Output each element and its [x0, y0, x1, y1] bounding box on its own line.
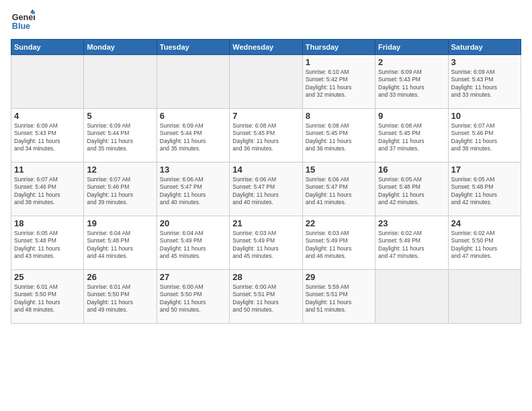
calendar-cell: 9Sunrise: 6:08 AM Sunset: 5:45 PM Daylig… [375, 109, 448, 163]
day-info: Sunrise: 6:02 AM Sunset: 5:50 PM Dayligh… [451, 230, 518, 261]
day-info: Sunrise: 6:04 AM Sunset: 5:48 PM Dayligh… [87, 230, 153, 261]
calendar-cell: 15Sunrise: 6:06 AM Sunset: 5:47 PM Dayli… [302, 163, 375, 216]
day-info: Sunrise: 6:10 AM Sunset: 5:42 PM Dayligh… [306, 68, 372, 99]
day-info: Sunrise: 6:09 AM Sunset: 5:43 PM Dayligh… [14, 122, 81, 153]
calendar-cell: 13Sunrise: 6:06 AM Sunset: 5:47 PM Dayli… [157, 163, 229, 216]
day-info: Sunrise: 6:05 AM Sunset: 5:48 PM Dayligh… [14, 230, 81, 261]
day-number: 9 [378, 111, 445, 121]
calendar-cell: 6Sunrise: 6:09 AM Sunset: 5:44 PM Daylig… [157, 109, 229, 163]
day-info: Sunrise: 6:09 AM Sunset: 5:44 PM Dayligh… [87, 122, 153, 153]
calendar-cell: 14Sunrise: 6:06 AM Sunset: 5:47 PM Dayli… [230, 163, 302, 216]
header-wednesday: Wednesday [230, 40, 302, 55]
calendar-cell: 12Sunrise: 6:07 AM Sunset: 5:46 PM Dayli… [84, 163, 157, 216]
day-number: 6 [160, 111, 226, 121]
day-info: Sunrise: 6:05 AM Sunset: 5:48 PM Dayligh… [451, 176, 518, 207]
day-number: 20 [160, 218, 226, 228]
day-number: 25 [14, 272, 81, 282]
day-number: 22 [306, 218, 372, 228]
day-info: Sunrise: 6:01 AM Sunset: 5:50 PM Dayligh… [14, 283, 81, 314]
day-number: 4 [14, 111, 81, 121]
day-number: 7 [232, 111, 299, 121]
day-info: Sunrise: 5:59 AM Sunset: 5:51 PM Dayligh… [306, 283, 372, 314]
calendar-cell: 10Sunrise: 6:07 AM Sunset: 5:46 PM Dayli… [448, 109, 521, 163]
calendar-cell: 19Sunrise: 6:04 AM Sunset: 5:48 PM Dayli… [84, 216, 157, 270]
header: General Blue [11, 8, 521, 32]
logo: General Blue [11, 8, 38, 32]
day-info: Sunrise: 6:02 AM Sunset: 5:49 PM Dayligh… [378, 230, 445, 261]
header-tuesday: Tuesday [157, 40, 229, 55]
day-info: Sunrise: 6:09 AM Sunset: 5:44 PM Dayligh… [160, 122, 226, 153]
calendar-cell: 4Sunrise: 6:09 AM Sunset: 5:43 PM Daylig… [11, 109, 84, 163]
week-row-0: 1Sunrise: 6:10 AM Sunset: 5:42 PM Daylig… [11, 55, 521, 109]
calendar-cell: 25Sunrise: 6:01 AM Sunset: 5:50 PM Dayli… [11, 270, 84, 324]
calendar-cell: 20Sunrise: 6:04 AM Sunset: 5:49 PM Dayli… [157, 216, 229, 270]
header-saturday: Saturday [448, 40, 521, 55]
calendar-cell: 1Sunrise: 6:10 AM Sunset: 5:42 PM Daylig… [302, 55, 375, 109]
calendar-cell: 5Sunrise: 6:09 AM Sunset: 5:44 PM Daylig… [84, 109, 157, 163]
calendar-cell: 11Sunrise: 6:07 AM Sunset: 5:46 PM Dayli… [11, 163, 84, 216]
calendar-cell: 3Sunrise: 6:09 AM Sunset: 5:43 PM Daylig… [448, 55, 521, 109]
day-info: Sunrise: 6:03 AM Sunset: 5:49 PM Dayligh… [306, 230, 372, 261]
calendar-cell [11, 55, 84, 109]
page: General Blue SundayMondayTuesdayWednesda… [0, 0, 532, 332]
day-info: Sunrise: 6:08 AM Sunset: 5:45 PM Dayligh… [306, 122, 372, 153]
day-info: Sunrise: 6:01 AM Sunset: 5:50 PM Dayligh… [87, 283, 153, 314]
day-info: Sunrise: 6:00 AM Sunset: 5:51 PM Dayligh… [232, 283, 299, 314]
calendar-cell: 22Sunrise: 6:03 AM Sunset: 5:49 PM Dayli… [302, 216, 375, 270]
calendar-cell: 21Sunrise: 6:03 AM Sunset: 5:49 PM Dayli… [230, 216, 302, 270]
day-info: Sunrise: 6:07 AM Sunset: 5:46 PM Dayligh… [87, 176, 153, 207]
calendar-cell [230, 55, 302, 109]
day-info: Sunrise: 6:07 AM Sunset: 5:46 PM Dayligh… [451, 122, 518, 153]
header-thursday: Thursday [302, 40, 375, 55]
day-number: 18 [14, 218, 81, 228]
calendar-cell: 8Sunrise: 6:08 AM Sunset: 5:45 PM Daylig… [302, 109, 375, 163]
day-number: 27 [160, 272, 226, 282]
week-row-4: 25Sunrise: 6:01 AM Sunset: 5:50 PM Dayli… [11, 270, 521, 324]
day-number: 10 [451, 111, 518, 121]
day-info: Sunrise: 6:06 AM Sunset: 5:47 PM Dayligh… [232, 176, 299, 207]
day-number: 29 [306, 272, 372, 282]
day-number: 16 [378, 165, 445, 175]
week-row-2: 11Sunrise: 6:07 AM Sunset: 5:46 PM Dayli… [11, 163, 521, 216]
calendar-header-row: SundayMondayTuesdayWednesdayThursdayFrid… [11, 40, 521, 55]
calendar-cell: 23Sunrise: 6:02 AM Sunset: 5:49 PM Dayli… [375, 216, 448, 270]
day-info: Sunrise: 6:09 AM Sunset: 5:43 PM Dayligh… [451, 68, 518, 99]
day-info: Sunrise: 6:00 AM Sunset: 5:50 PM Dayligh… [160, 283, 226, 314]
day-number: 8 [306, 111, 372, 121]
day-number: 23 [378, 218, 445, 228]
week-row-1: 4Sunrise: 6:09 AM Sunset: 5:43 PM Daylig… [11, 109, 521, 163]
day-number: 5 [87, 111, 153, 121]
calendar-cell: 28Sunrise: 6:00 AM Sunset: 5:51 PM Dayli… [230, 270, 302, 324]
calendar-table: SundayMondayTuesdayWednesdayThursdayFrid… [11, 39, 521, 324]
week-row-3: 18Sunrise: 6:05 AM Sunset: 5:48 PM Dayli… [11, 216, 521, 270]
header-monday: Monday [84, 40, 157, 55]
day-info: Sunrise: 6:05 AM Sunset: 5:48 PM Dayligh… [378, 176, 445, 207]
calendar-cell [448, 270, 521, 324]
day-info: Sunrise: 6:04 AM Sunset: 5:49 PM Dayligh… [160, 230, 226, 261]
calendar-cell: 29Sunrise: 5:59 AM Sunset: 5:51 PM Dayli… [302, 270, 375, 324]
day-number: 19 [87, 218, 153, 228]
day-number: 15 [306, 165, 372, 175]
day-info: Sunrise: 6:08 AM Sunset: 5:45 PM Dayligh… [378, 122, 445, 153]
header-friday: Friday [375, 40, 448, 55]
calendar-cell: 17Sunrise: 6:05 AM Sunset: 5:48 PM Dayli… [448, 163, 521, 216]
day-info: Sunrise: 6:08 AM Sunset: 5:45 PM Dayligh… [232, 122, 299, 153]
calendar-cell: 18Sunrise: 6:05 AM Sunset: 5:48 PM Dayli… [11, 216, 84, 270]
logo-icon: General Blue [11, 8, 35, 32]
day-number: 28 [232, 272, 299, 282]
day-number: 11 [14, 165, 81, 175]
day-info: Sunrise: 6:06 AM Sunset: 5:47 PM Dayligh… [160, 176, 226, 207]
svg-text:Blue: Blue [12, 21, 30, 31]
calendar-cell: 2Sunrise: 6:09 AM Sunset: 5:43 PM Daylig… [375, 55, 448, 109]
day-number: 2 [378, 57, 445, 67]
day-number: 14 [232, 165, 299, 175]
calendar-cell [157, 55, 229, 109]
day-info: Sunrise: 6:03 AM Sunset: 5:49 PM Dayligh… [232, 230, 299, 261]
day-number: 17 [451, 165, 518, 175]
calendar-cell: 16Sunrise: 6:05 AM Sunset: 5:48 PM Dayli… [375, 163, 448, 216]
day-info: Sunrise: 6:07 AM Sunset: 5:46 PM Dayligh… [14, 176, 81, 207]
calendar-cell: 26Sunrise: 6:01 AM Sunset: 5:50 PM Dayli… [84, 270, 157, 324]
day-info: Sunrise: 6:09 AM Sunset: 5:43 PM Dayligh… [378, 68, 445, 99]
calendar-cell: 7Sunrise: 6:08 AM Sunset: 5:45 PM Daylig… [230, 109, 302, 163]
day-number: 1 [306, 57, 372, 67]
